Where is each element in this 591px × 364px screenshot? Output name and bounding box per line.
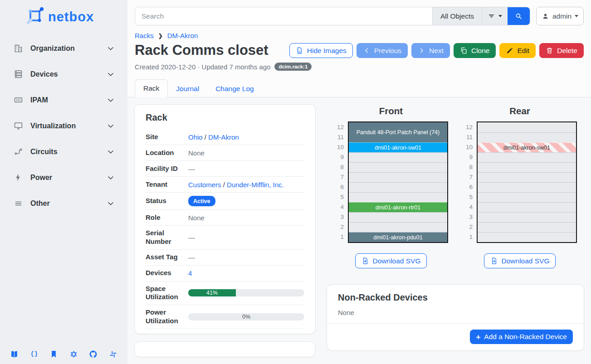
unit-number: 6 [334, 182, 344, 192]
tenant-group-link[interactable]: Customers [188, 181, 221, 189]
hide-images-button[interactable]: Hide Images [289, 43, 353, 58]
unit-number: 2 [463, 222, 473, 232]
unit-number: 12 [463, 122, 473, 132]
rack-device-slot[interactable]: dmi01-akron-sw01 [349, 142, 447, 152]
sidebar-item-ipam[interactable]: IPAM [0, 87, 127, 113]
sidebar-item-virtualization[interactable]: Virtualization [0, 113, 127, 139]
sidebar-item-power[interactable]: Power [0, 165, 127, 190]
netbox-logo[interactable]: netbox [0, 0, 127, 29]
attr-row-facility-id: Facility ID — [146, 161, 304, 177]
rack-empty-slot[interactable] [478, 222, 576, 232]
unit-number: 9 [334, 152, 344, 162]
rack-empty-slot[interactable] [478, 172, 576, 182]
rack-empty-slot[interactable] [478, 212, 576, 222]
created-updated-text: Created 2020-12-20 · Updated 7 months ag… [135, 63, 270, 71]
community-icon[interactable] [69, 350, 78, 359]
content-area: Rack Site Ohio / DM-Akron Location None [127, 97, 591, 364]
sidebar-item-other[interactable]: Other [0, 190, 127, 216]
unit-number: 9 [463, 152, 473, 162]
netbox-wordmark: netbox [48, 10, 94, 24]
sidebar-item-circuits[interactable]: Circuits [0, 139, 127, 165]
rack-empty-slot[interactable] [349, 222, 447, 232]
site-link[interactable]: DM-Akron [208, 133, 239, 141]
tab-rack[interactable]: Rack [135, 79, 168, 97]
attr-row-location: Location None [146, 145, 304, 161]
rack-empty-slot[interactable] [349, 182, 447, 192]
chevron-down-icon [106, 147, 116, 157]
search-filter-button[interactable] [482, 7, 508, 25]
breadcrumb-link-racks[interactable]: Racks [135, 32, 154, 39]
bolt-icon [14, 173, 24, 183]
chevron-down-icon [106, 95, 116, 105]
rack-empty-slot[interactable] [478, 202, 576, 212]
rack-empty-slot[interactable] [478, 192, 576, 202]
rack-device-slot[interactable]: dmi01-akron-rtr01 [349, 202, 447, 212]
github-icon[interactable] [89, 350, 98, 359]
rack-empty-slot[interactable] [349, 192, 447, 202]
search-input[interactable] [135, 7, 432, 25]
clone-button[interactable]: Clone [454, 43, 496, 58]
unit-number: 10 [463, 142, 473, 152]
rack-empty-slot[interactable] [349, 162, 447, 172]
rack-empty-slot[interactable] [478, 182, 576, 192]
breadcrumb-link-site[interactable]: DM-Akron [167, 32, 198, 39]
non-racked-title: Non-Racked Devices [338, 292, 573, 303]
space-utilization-bar: 41% [188, 289, 304, 296]
copy-icon [460, 47, 468, 54]
sidebar-item-devices[interactable]: Devices [0, 61, 127, 87]
slack-icon[interactable] [109, 350, 117, 359]
rack-empty-slot[interactable] [478, 162, 576, 172]
sidebar-item-label: Virtualization [30, 122, 106, 130]
rack-device-slot[interactable]: dmi01-akron-sw01 [478, 142, 576, 152]
attr-row-tenant: Tenant Customers / Dunder-Mifflin, Inc. [146, 177, 304, 193]
previous-button[interactable]: Previous [357, 43, 408, 58]
book-icon[interactable] [10, 350, 19, 359]
tab-journal[interactable]: Journal [168, 80, 207, 97]
search-scope-button[interactable]: All Objects [432, 7, 482, 25]
sidebar-item-label: Organization [30, 44, 106, 53]
trash-icon [546, 47, 553, 54]
server-icon [14, 69, 24, 79]
rear-title: Rear [509, 106, 530, 116]
rack-empty-slot[interactable] [478, 122, 576, 132]
code-braces-icon[interactable] [30, 350, 39, 359]
header-area: All Objects admin Racks ❯ DM-Akron Rac [127, 0, 591, 97]
next-button[interactable]: Next [411, 43, 450, 58]
search-submit-button[interactable] [508, 7, 530, 25]
tab-change-log[interactable]: Change Log [207, 80, 262, 97]
user-menu-button[interactable]: admin [536, 7, 584, 25]
rack-empty-slot[interactable] [349, 212, 447, 222]
attr-row-space-utilization: Space Utilization 41% [146, 281, 304, 306]
attr-row-devices: Devices 4 [146, 266, 304, 281]
rack-device-slot[interactable]: dmi01-akron-pdu01 [349, 232, 447, 242]
add-non-racked-device-button[interactable]: + Add a Non-Racked Device [470, 330, 573, 344]
unit-number: 1 [334, 232, 344, 242]
unit-number: 11 [334, 132, 344, 142]
chevron-down-icon [106, 69, 116, 79]
front-download-svg-button[interactable]: Download SVG [355, 253, 427, 268]
delete-button[interactable]: Delete [539, 43, 584, 58]
attr-row-role: Role None [146, 210, 304, 226]
rack-empty-slot[interactable] [349, 172, 447, 182]
site-region-link[interactable]: Ohio [188, 133, 203, 141]
rear-download-svg-button[interactable]: Download SVG [484, 253, 556, 268]
caret-down-icon [498, 15, 502, 17]
edit-button[interactable]: Edit [499, 43, 536, 58]
unit-number: 8 [334, 162, 344, 172]
bookmark-icon[interactable] [49, 350, 58, 359]
unit-number: 1 [463, 232, 473, 242]
person-icon [542, 12, 549, 20]
rack-device-slot[interactable]: Panduit 48-Port Patch Panel (74) [349, 122, 447, 142]
devices-count-link[interactable]: 4 [188, 269, 192, 277]
rear-rack-elevation: dmi01-akron-sw01 [477, 121, 577, 243]
unit-number: 7 [334, 172, 344, 182]
rack-empty-slot[interactable] [349, 152, 447, 162]
rack-empty-slot[interactable] [478, 152, 576, 162]
counter-icon [14, 95, 24, 105]
unit-number: 2 [334, 222, 344, 232]
rack-empty-slot[interactable] [478, 132, 576, 142]
sidebar-item-organization[interactable]: Organization [0, 35, 127, 61]
tenant-link[interactable]: Dunder-Mifflin, Inc. [227, 181, 284, 189]
sidebar-menu: OrganizationDevicesIPAMVirtualizationCir… [0, 35, 127, 216]
rack-empty-slot[interactable] [478, 232, 576, 242]
